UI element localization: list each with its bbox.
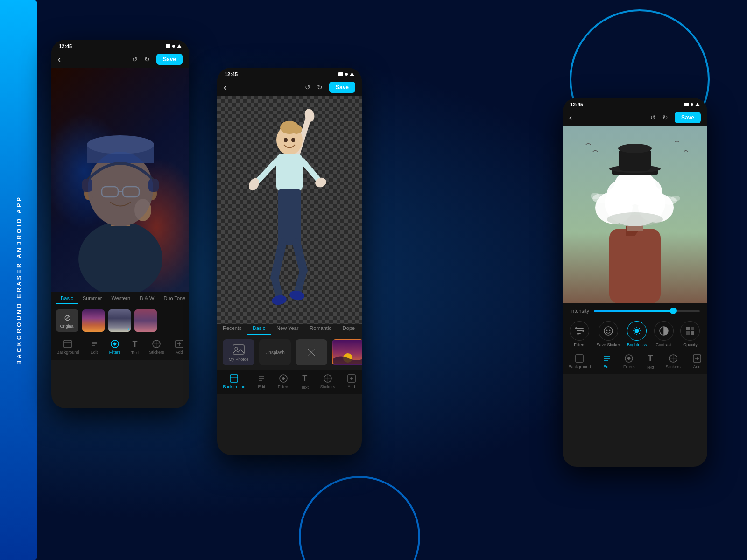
phone2-myphotos-icon (232, 343, 245, 356)
phone3-nav-stickers[interactable]: Stickers (666, 354, 681, 370)
phone2-stickers-nav-icon (323, 374, 332, 383)
phone2-myphotos-label: My Photos (229, 357, 249, 362)
svg-point-80 (618, 144, 652, 153)
phone2-bg-tab-recents[interactable]: Recents (217, 325, 247, 335)
phone1-nav-filters[interactable]: Filters (109, 339, 121, 355)
phone3-filter-item-opacity[interactable]: Opacity (680, 321, 700, 347)
svg-line-96 (634, 328, 635, 329)
svg-point-5 (87, 135, 154, 154)
svg-point-82 (591, 193, 600, 199)
phone1-thumb-1-img (82, 309, 105, 332)
phone2-nav-background[interactable]: Background (223, 374, 245, 390)
phone3-dot-icon (691, 103, 693, 106)
phone1-filter-tab-basic[interactable]: Basic (56, 295, 78, 304)
phone2-dot-icon (345, 73, 348, 76)
phone2-nav-text-label: Text (301, 385, 309, 390)
svg-rect-54 (230, 375, 238, 382)
phone1-filter-thumb-3[interactable]: ↓ (134, 309, 157, 332)
phone1-nav-text[interactable]: T Text (131, 339, 139, 355)
phone2-nav-edit[interactable]: Edit (257, 374, 266, 390)
phone1-save-button[interactable]: Save (156, 54, 183, 65)
phone3-save-button[interactable]: Save (675, 112, 701, 123)
phone2-redo-icon[interactable]: ↻ (317, 84, 323, 91)
phone1-filter-tab-western[interactable]: Western (106, 295, 135, 304)
phone2-bg-tab-romantic[interactable]: Romantic (304, 325, 337, 335)
phone2-nav-add[interactable]: Add (347, 374, 356, 390)
phone3-undo-icon[interactable]: ↺ (650, 114, 656, 121)
phone3-bottom-nav: Background Edit Filters T Text Stickers … (563, 350, 707, 374)
phone1-filter-original[interactable]: ⊘ Original (56, 309, 78, 332)
svg-rect-102 (686, 327, 690, 330)
phone2-nav-filters-label: Filters (278, 385, 289, 389)
phone2-nav-filters[interactable]: Filters (278, 374, 289, 390)
phone3-nav-filters-label: Filters (623, 364, 635, 369)
phone2-bg-tab-newyear[interactable]: New Year (271, 325, 304, 335)
phone3-slider-track[interactable] (594, 310, 700, 312)
phone3-contrast-icon-label: Contrast (655, 343, 671, 347)
phone1-edit-nav-icon (90, 339, 99, 349)
phone2-undo-icon[interactable]: ↺ (305, 84, 310, 91)
phone2-nav-text[interactable]: T Text (301, 374, 309, 390)
phone2-back-button[interactable]: ‹ (224, 83, 226, 92)
phone3-nav-text[interactable]: T Text (646, 354, 654, 370)
phone2-sunset1-svg (333, 340, 362, 365)
phone2-save-button[interactable]: Save (329, 82, 355, 93)
phone3-slider-thumb[interactable] (670, 308, 677, 314)
phone2-filters-nav-icon (279, 374, 288, 383)
phone1-nav-add[interactable]: Add (175, 339, 184, 355)
phone1-bottom-nav: Background Edit Filters T Text Stickers … (51, 336, 189, 360)
phone3-status-icons (684, 103, 700, 106)
phone3-savesticker-icon-label: Save Sticker (596, 343, 620, 347)
phone3-signal-icon (684, 103, 689, 106)
phone1-back-button[interactable]: ‹ (58, 55, 61, 64)
phone3-filter-item-savesticker[interactable]: Save Sticker (596, 321, 620, 347)
phone3-filters-icon (574, 326, 585, 336)
phone1-filter-tab-summer[interactable]: Summer (78, 295, 107, 304)
phone2-bg-unsplash[interactable]: Unsplash (259, 339, 291, 365)
phone2-bg-myphotos[interactable]: My Photos (223, 339, 254, 365)
phone2-bg-sunset1[interactable] (332, 339, 362, 365)
phone3-back-button[interactable]: ‹ (569, 113, 572, 123)
phone3-nav-background[interactable]: Background (568, 354, 591, 370)
phone1-redo-icon[interactable]: ↻ (144, 56, 150, 63)
phone1-thumb-3-img: ↓ (134, 309, 157, 332)
phone2-bg-tab-basic[interactable]: Basic (247, 325, 271, 335)
phone3-nav-stickers-label: Stickers (666, 364, 681, 369)
phone2-time: 12:45 (225, 71, 238, 77)
app-title: BACKGROUND ERASER ANDROID APP (15, 196, 22, 365)
svg-rect-67 (609, 229, 661, 303)
phone1-nav-add-label: Add (176, 350, 183, 355)
phone3-background-nav-icon (575, 354, 584, 363)
phone3-brightness-icon (632, 326, 642, 336)
svg-point-85 (575, 327, 577, 329)
phone1-nav-filters-label: Filters (109, 350, 121, 355)
phone3-wifi-icon (695, 103, 700, 106)
phone3-nav-edit-label: Edit (604, 364, 611, 369)
phone2-bottom-nav: Background Edit Filters T Text Stickers … (217, 370, 362, 394)
svg-point-31 (291, 125, 302, 134)
phone3-contrast-icon-circle (654, 321, 674, 341)
phone2-bg-blank[interactable] (296, 339, 327, 365)
phone1-filter-tab-bw[interactable]: B & W (135, 295, 159, 304)
phone1-nav-stickers[interactable]: Stickers (149, 339, 164, 355)
phone1-undo-icon[interactable]: ↺ (132, 56, 138, 63)
phone1-filter-thumb-2[interactable]: ↓ (108, 309, 131, 332)
phone1-filter-tab-duotone[interactable]: Duo Tone (159, 295, 189, 304)
phone2-status-icons (338, 72, 354, 76)
phone1-filter-thumbs: ⊘ Original ↓ ↓ (51, 306, 189, 336)
phone2-nav-add-label: Add (348, 385, 355, 389)
phone1-nav-edit[interactable]: Edit (90, 339, 99, 355)
phone3-filter-item-filters[interactable]: Filters (570, 321, 589, 347)
phone3-redo-icon[interactable]: ↻ (662, 114, 668, 121)
phone3-nav-edit[interactable]: Edit (602, 354, 612, 370)
phone2-bg-tab-dope[interactable]: Dope (337, 325, 360, 335)
phone3-filter-item-brightness[interactable]: Brightness (627, 321, 647, 347)
phone2-text-nav-icon: T (302, 374, 307, 384)
phone1-nav-background[interactable]: Background (56, 339, 79, 355)
phone3-intensity-label: Intensity (570, 308, 589, 314)
phone3-nav-add[interactable]: Add (692, 354, 702, 370)
phone3-filter-item-contrast[interactable]: Contrast (654, 321, 674, 347)
phone3-nav-filters[interactable]: Filters (623, 354, 635, 370)
phone1-filter-thumb-1[interactable] (82, 309, 105, 332)
phone2-nav-stickers[interactable]: Stickers (320, 374, 335, 390)
